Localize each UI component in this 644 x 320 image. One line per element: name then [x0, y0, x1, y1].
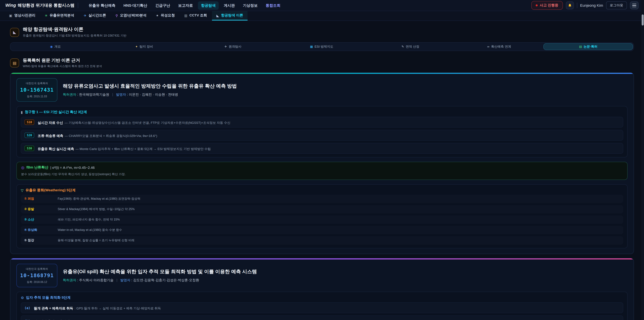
claim-step-s20: S20 조류·취송류 예측 — CHARRY모델 조화분석 + 취송류 경험식(…	[21, 130, 623, 141]
fbm-description: 분수 브라운운동(fBm) 기반 무작위 확산거리 생성, 등방성(isotro…	[21, 172, 623, 177]
nav-item-board[interactable]: 게시판	[221, 1, 238, 10]
weathering-row-evaporation: ② 증발 Stiver & Mackay(1984) 해석적 방법, 수일~10…	[21, 205, 623, 213]
patent1-number-badge: 대한민국 등록특허 10-1567431 등록: 2015.11.03	[16, 78, 58, 102]
incident-status-badge: 사고 진행중	[531, 1, 563, 10]
fbm-diffusion-box: ◎ fBm 난류확산 | σ²(t) = A·t^m, m=0.45~2.46 …	[16, 162, 628, 180]
patent1-inventors-label: 발명자	[116, 93, 126, 96]
patent2-reg-date: 등록: 2018.06.12	[20, 280, 54, 284]
patent1-reg-date: 등록: 2015.11.03	[20, 95, 54, 98]
weathering-row-emulsification: ④ 유상화 Water-in-oil, Mackay et al.(1980) …	[21, 226, 623, 234]
tab-image-photo-management[interactable]: ▣ 영상사진관리	[5, 11, 40, 21]
optimization-box: ⚙ 입자 추적 모듈 최적화 5단계 (a) 뜰개 관측 + 예측자료 취득 :…	[16, 292, 628, 320]
tab-oil-area-analysis[interactable]: ✳ 유출유면적분석	[40, 11, 79, 21]
nav-item-reports[interactable]: 보고자료	[175, 1, 196, 10]
section-icon-box: ▤	[10, 58, 19, 68]
nav-item-oil-spill-prediction[interactable]: 유출유 확산예측	[86, 1, 118, 10]
patent2-owner: : 주식회사 아라종합기술	[77, 278, 114, 282]
nav-item-emergency-rescue[interactable]: 긴급구난	[152, 1, 173, 10]
page-title: 해양 항공탐색·원격탐사 이론	[23, 27, 126, 33]
user-name: Eunjeong Kim	[580, 3, 603, 8]
area-analysis-icon: ✳	[45, 14, 48, 17]
papers-icon: ▤	[579, 45, 582, 48]
main-content: ◣ 해양 항공탐색·원격탐사 이론 유출유 원격탐지·항공감시 기법·ESI 방…	[0, 27, 644, 320]
link-icon: ∞	[487, 45, 489, 48]
patent1-badge-label: 대한민국 등록특허	[20, 82, 54, 85]
fbm-formula: | σ²(t) = A·t^m, m=0.45~2.46	[50, 165, 95, 169]
page-title-icon-box: ◣	[10, 28, 19, 37]
weathering-row-spreading: ① 퍼짐 Fay(1969): 중력-관성력, Mackay et al.(19…	[21, 195, 623, 203]
logo-divider	[78, 3, 78, 8]
tab-aerial-search-theory[interactable]: ◣ 항공탐색 이론	[212, 11, 248, 21]
tab-satellite-request[interactable]: ✴ 위성요청	[152, 11, 179, 21]
pill-esi-map[interactable]: ▦ ESI 방제지도	[277, 43, 366, 50]
spiral-icon: ◎	[21, 165, 24, 170]
step-badge-s20: S20	[24, 133, 34, 138]
camera-icon: ▣	[9, 14, 12, 17]
patent2-header: 대한민국 등록특허 10-1868791 등록: 2018.06.12 유출유(…	[16, 264, 628, 287]
menu-button[interactable]	[630, 1, 639, 10]
app-root: Wing 해양환경 위기대응 통합시스템 유출유 확산예측 HNS·대기확산 긴…	[0, 0, 644, 320]
patent1-owner-label: 특허권자	[63, 93, 76, 96]
opt-step-a: (a) 뜰개 관측 + 예측자료 취득 : GPS 뜰개 투하 → 실제 이동경…	[21, 302, 623, 313]
section-title: 등록특허 원문 기반 이론 근거	[23, 57, 102, 64]
logout-button[interactable]: 로그아웃	[606, 1, 627, 10]
pill-overview[interactable]: ◉ 개요	[11, 43, 100, 50]
drone-icon: ✈	[84, 14, 86, 17]
top-nav-bar: Wing 해양환경 위기대응 통합시스템 유출유 확산예측 HNS·대기확산 긴…	[0, 0, 644, 11]
incident-status-label: 사고 진행중	[540, 3, 558, 8]
logo-mark: Wing	[5, 3, 16, 8]
magnifier-icon: ⚲	[116, 14, 118, 17]
patent-card-1: 대한민국 등록특허 10-1567431 등록: 2015.11.03 해양 유…	[10, 73, 634, 254]
hamburger-icon	[632, 4, 636, 4]
section-header: ▤ 등록특허 원문 기반 이론 근거 WING 탑재 유출유 확산예측 시스템의…	[10, 57, 634, 69]
bell-icon	[568, 3, 572, 8]
nav-item-aerial-search[interactable]: 항공탐색	[198, 1, 219, 10]
pill-area-calculation[interactable]: ✎ 면적 산정	[366, 43, 455, 50]
equipment-icon: ✦	[135, 45, 138, 48]
app-logo: Wing 해양환경 위기대응 통합시스템	[5, 3, 74, 8]
patent2-inventors-label: 발명자	[120, 278, 130, 282]
pill-papers-patents[interactable]: ▤ 논문·특허	[544, 43, 633, 50]
notifications-button[interactable]	[566, 1, 574, 10]
flask-icon: ▽	[21, 188, 24, 192]
main-nav: 유출유 확산예측 HNS·대기확산 긴급구난 보고자료 항공탐색 게시판 기상정…	[86, 1, 284, 10]
header-right-cluster: 사고 진행중 Eunjeong Kim 로그아웃	[531, 1, 639, 10]
patent2-number-badge: 대한민국 등록특허 10-1868791 등록: 2018.06.12	[16, 264, 58, 287]
pill-detection-equipment[interactable]: ✦ 탐지 장비	[100, 43, 188, 50]
patent2-number: 10-1868791	[20, 272, 54, 278]
claim-step-s30: S30 유출유 확산 실시간 예측 — Monte Carlo 입자추적 + f…	[21, 143, 623, 154]
patent2-owner-label: 특허권자	[63, 278, 76, 282]
weathering-header: ▽ 유출유 풍화(Weathering) 5단계	[21, 188, 623, 193]
step-badge-s10: S10	[24, 120, 34, 125]
weathering-row-sedimentation: ⑤ 침강 용해·미생물 분해, 질량 손실률 = 초기 누유량에 선형 비례	[21, 236, 623, 245]
tab-realtime-drone[interactable]: ✈ 실시간드론	[79, 11, 110, 21]
patent1-title: 해양 유류오염사고 발생시 효율적인 방제방안 수립을 위한 유출유 확산 예측…	[63, 83, 237, 89]
gear-icon: ⚙	[21, 296, 24, 300]
nav-item-hns-diffusion[interactable]: HNS·대기확산	[120, 1, 150, 10]
weathering-box: ▽ 유출유 풍화(Weathering) 5단계 ① 퍼짐 Fay(1969):…	[16, 184, 628, 248]
tab-cctv-search[interactable]: ▥ CCTV 조회	[180, 11, 212, 21]
cctv-icon: ▥	[184, 14, 188, 17]
patent1-number: 10-1567431	[20, 87, 54, 93]
page-scrollbar[interactable]	[641, 0, 644, 320]
pill-prediction-link[interactable]: ∞ 확산예측 연계	[455, 43, 544, 50]
pen-icon: ✎	[402, 45, 404, 48]
fbm-name: fBm 난류확산	[26, 165, 48, 170]
section-subtitle: WING 탑재 유출유 확산예측 시스템의 특허 원전 2건 전체 분석	[23, 65, 102, 69]
page-header: ◣ 해양 항공탐색·원격탐사 이론 유출유 원격탐지·항공감시 기법·ESI 방…	[10, 27, 634, 38]
page-subtitle: 유출유 원격탐지·항공감시 기법·ESI 방제정보지도·등록특허 10-1567…	[23, 34, 126, 38]
nav-item-weather-info[interactable]: 기상정보	[240, 1, 260, 10]
scrollbar-thumb[interactable]	[642, 15, 644, 26]
satellite-icon: ✴	[156, 14, 159, 17]
module-tab-bar: ▣ 영상사진관리 ✳ 유출유면적분석 ✈ 실시간드론 ⚲ 오염/선박3D분석 ✴…	[0, 11, 644, 21]
pill-remote-sensing[interactable]: ✈ 원격탐사	[188, 43, 277, 50]
claim-step-s10: S10 실시간 자료 수신 — 기상예측시스템·위성영상수신시스템·검조소 인터…	[21, 117, 623, 128]
book-icon: ▮	[21, 110, 23, 114]
patent2-inventors: : 김도연·김용혁·김충기·김성은·박상훈·오정환	[131, 278, 199, 282]
tab-pollution-ship-3d[interactable]: ⚲ 오염/선박3D분석	[111, 11, 151, 21]
scroll-icon: ▤	[13, 61, 16, 65]
theory-section-nav: ◉ 개요 ✦ 탐지 장비 ✈ 원격탐사 ▦ ESI 방제지도 ✎ 면적 산정 ∞…	[10, 42, 634, 51]
map-icon: ▦	[310, 45, 313, 48]
nav-item-integrated-search[interactable]: 통합조회	[263, 1, 284, 10]
logo-title: 해양환경 위기대응 통합시스템	[18, 3, 74, 8]
